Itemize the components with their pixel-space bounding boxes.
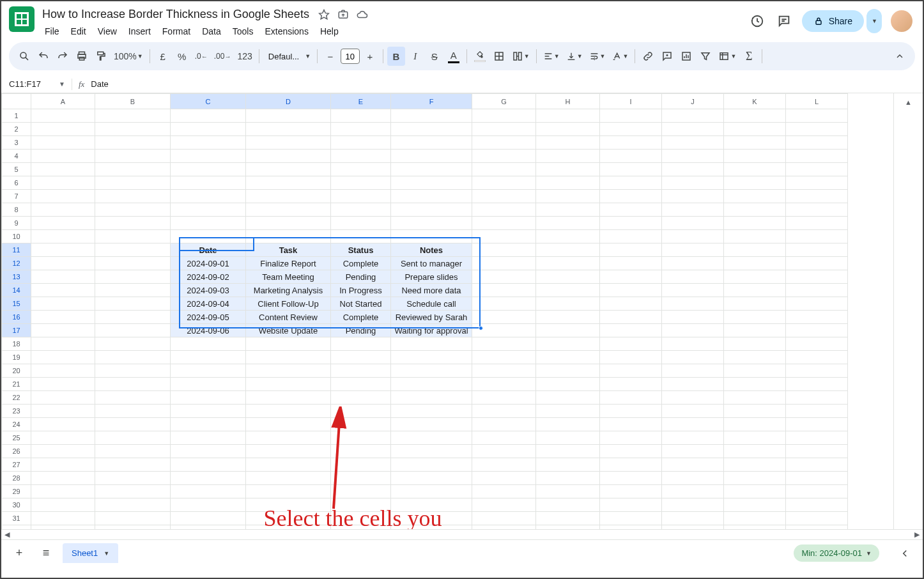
horizontal-align-button[interactable]: ▼ <box>541 47 562 66</box>
cell-H32[interactable] <box>536 525 600 530</box>
cell-G4[interactable] <box>472 150 536 163</box>
text-color-button[interactable]: A <box>445 47 463 66</box>
cell-L19[interactable] <box>786 351 848 364</box>
cell-A26[interactable] <box>31 445 95 458</box>
cell-G28[interactable] <box>472 472 536 485</box>
cell-B18[interactable] <box>95 337 171 351</box>
scroll-left-icon[interactable]: ◀ <box>1 530 13 539</box>
cell-L20[interactable] <box>786 364 848 378</box>
cell-J24[interactable] <box>662 418 724 431</box>
insert-link-icon[interactable] <box>639 47 657 66</box>
cell-C32[interactable] <box>171 525 246 530</box>
cell-F13[interactable]: Prepare slides <box>391 270 472 284</box>
cell-K27[interactable] <box>724 458 786 472</box>
cell-K3[interactable] <box>724 136 786 150</box>
cell-G3[interactable] <box>472 136 536 150</box>
row-header-9[interactable]: 9 <box>2 217 31 230</box>
filter-views-icon[interactable]: ▼ <box>716 47 739 66</box>
row-header-24[interactable]: 24 <box>2 418 31 431</box>
cell-C30[interactable] <box>171 498 246 512</box>
cell-I4[interactable] <box>600 150 662 163</box>
cell-H30[interactable] <box>536 498 600 512</box>
cell-A4[interactable] <box>31 150 95 163</box>
cell-A19[interactable] <box>31 351 95 364</box>
cell-D17[interactable]: Website Update <box>246 324 331 337</box>
cell-K14[interactable] <box>724 284 786 297</box>
cell-A15[interactable] <box>31 297 95 311</box>
zoom-selector[interactable]: 100% ▼ <box>111 47 146 66</box>
cell-F22[interactable] <box>391 391 472 405</box>
cell-H9[interactable] <box>536 217 600 230</box>
cell-I16[interactable] <box>600 311 662 324</box>
cell-L26[interactable] <box>786 445 848 458</box>
row-header-31[interactable]: 31 <box>2 512 31 525</box>
font-size-input[interactable] <box>341 49 360 64</box>
cell-C25[interactable] <box>171 431 246 445</box>
row-header-23[interactable]: 23 <box>2 405 31 418</box>
share-button[interactable]: Share <box>802 10 864 32</box>
cell-G26[interactable] <box>472 445 536 458</box>
cell-A21[interactable] <box>31 378 95 391</box>
cell-J4[interactable] <box>662 150 724 163</box>
cell-D7[interactable] <box>246 190 331 203</box>
cell-H19[interactable] <box>536 351 600 364</box>
cell-H2[interactable] <box>536 123 600 136</box>
cell-K1[interactable] <box>724 109 786 123</box>
cell-B32[interactable] <box>95 525 171 530</box>
cell-B8[interactable] <box>95 203 171 217</box>
cell-J6[interactable] <box>662 176 724 190</box>
cell-I23[interactable] <box>600 405 662 418</box>
cell-K21[interactable] <box>724 378 786 391</box>
cell-D21[interactable] <box>246 378 331 391</box>
explore-toggle-icon[interactable] <box>895 543 915 564</box>
cell-I25[interactable] <box>600 431 662 445</box>
menu-format[interactable]: Format <box>157 24 196 39</box>
cell-D8[interactable] <box>246 203 331 217</box>
decrease-decimal-icon[interactable]: .0← <box>192 47 210 66</box>
sheet-tab[interactable]: Sheet1 ▼ <box>63 543 118 563</box>
col-header-L[interactable]: L <box>786 94 848 109</box>
row-header-29[interactable]: 29 <box>2 485 31 498</box>
cell-F8[interactable] <box>391 203 472 217</box>
row-header-6[interactable]: 6 <box>2 176 31 190</box>
cell-C23[interactable] <box>171 405 246 418</box>
cell-H16[interactable] <box>536 311 600 324</box>
quick-stat-pill[interactable]: Min: 2024-09-01▼ <box>794 544 879 562</box>
cell-C5[interactable] <box>171 163 246 176</box>
cell-L8[interactable] <box>786 203 848 217</box>
cell-H7[interactable] <box>536 190 600 203</box>
menu-extensions[interactable]: Extensions <box>259 24 313 39</box>
row-header-10[interactable]: 10 <box>2 230 31 243</box>
cell-G24[interactable] <box>472 418 536 431</box>
cell-H15[interactable] <box>536 297 600 311</box>
cell-A10[interactable] <box>31 230 95 243</box>
cell-F10[interactable] <box>391 230 472 243</box>
cell-C14[interactable]: 2024-09-03 <box>171 284 246 297</box>
cell-C8[interactable] <box>171 203 246 217</box>
select-all-corner[interactable] <box>2 94 31 109</box>
cell-D15[interactable]: Client Follow-Up <box>246 297 331 311</box>
functions-icon[interactable]: Σ <box>740 47 758 66</box>
cell-C28[interactable] <box>171 472 246 485</box>
cell-J30[interactable] <box>662 498 724 512</box>
col-header-B[interactable]: B <box>95 94 171 109</box>
col-header-H[interactable]: H <box>536 94 600 109</box>
font-selector[interactable]: Defaul...▼ <box>263 52 313 61</box>
cell-F12[interactable]: Sent to manager <box>391 257 472 270</box>
cell-D23[interactable] <box>246 405 331 418</box>
cell-C11[interactable]: Date <box>171 243 246 257</box>
cell-F18[interactable] <box>391 337 472 351</box>
cell-J7[interactable] <box>662 190 724 203</box>
cell-B6[interactable] <box>95 176 171 190</box>
cell-H6[interactable] <box>536 176 600 190</box>
cell-E13[interactable]: Pending <box>331 270 391 284</box>
cell-I14[interactable] <box>600 284 662 297</box>
cell-E12[interactable]: Complete <box>331 257 391 270</box>
cell-H17[interactable] <box>536 324 600 337</box>
cell-H18[interactable] <box>536 337 600 351</box>
cell-G13[interactable] <box>472 270 536 284</box>
cell-J11[interactable] <box>662 243 724 257</box>
col-header-C[interactable]: C <box>171 94 246 109</box>
cell-J8[interactable] <box>662 203 724 217</box>
name-box[interactable]: C11:F17 <box>6 79 52 89</box>
